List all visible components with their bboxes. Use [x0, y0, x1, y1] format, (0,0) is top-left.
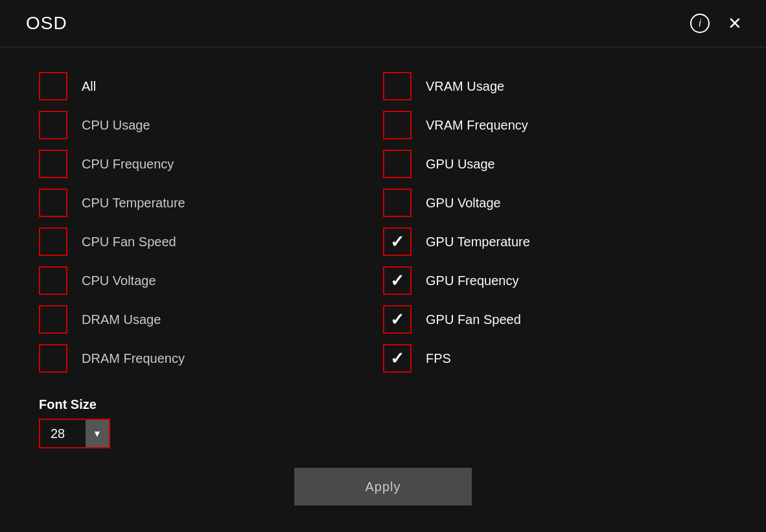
checkbox-label-cpu-usage: CPU Usage	[82, 118, 150, 133]
checkbox-label-dram-usage: DRAM Usage	[82, 312, 161, 327]
font-size-control[interactable]: 28 ▼	[39, 419, 110, 448]
font-size-label: Font Size	[39, 397, 727, 412]
checkbox-item-all[interactable]: All	[39, 67, 383, 106]
checkbox-item-gpu-voltage[interactable]: GPU Voltage	[383, 183, 727, 222]
checkbox-cpu-usage[interactable]	[39, 111, 67, 139]
checkbox-label-fps: FPS	[426, 351, 451, 366]
close-icon: ✕	[728, 14, 742, 34]
right-column: VRAM Usage VRAM Frequency GPU Usage GPU …	[383, 67, 727, 378]
checkbox-item-cpu-fan-speed[interactable]: CPU Fan Speed	[39, 222, 383, 261]
checkbox-item-cpu-temperature[interactable]: CPU Temperature	[39, 183, 383, 222]
left-column: All CPU Usage CPU Frequency CPU Temperat…	[39, 67, 383, 378]
checkbox-item-vram-frequency[interactable]: VRAM Frequency	[383, 106, 727, 145]
checkbox-dram-usage[interactable]	[39, 305, 67, 334]
info-button[interactable]: i	[688, 12, 712, 35]
checkbox-item-gpu-temperature[interactable]: ✓ GPU Temperature	[383, 222, 727, 261]
checkbox-vram-frequency[interactable]	[383, 111, 412, 139]
font-size-dropdown-arrow[interactable]: ▼	[86, 420, 109, 447]
checkbox-item-cpu-voltage[interactable]: CPU Voltage	[39, 261, 383, 300]
checkbox-grid: All CPU Usage CPU Frequency CPU Temperat…	[39, 67, 727, 378]
checkbox-label-gpu-usage: GPU Usage	[426, 157, 495, 172]
checkbox-label-all: All	[82, 79, 96, 94]
osd-window: OSD i ✕ All CPU Usage	[0, 0, 766, 532]
checkbox-item-cpu-frequency[interactable]: CPU Frequency	[39, 145, 383, 183]
chevron-down-icon: ▼	[93, 428, 102, 439]
checkmark-gpu-frequency: ✓	[390, 272, 404, 289]
checkbox-label-cpu-voltage: CPU Voltage	[82, 273, 156, 288]
checkbox-item-dram-usage[interactable]: DRAM Usage	[39, 300, 383, 339]
checkbox-label-gpu-fan-speed: GPU Fan Speed	[426, 312, 521, 327]
checkbox-item-gpu-frequency[interactable]: ✓ GPU Frequency	[383, 261, 727, 300]
info-icon: i	[690, 14, 710, 33]
checkmark-gpu-temperature: ✓	[390, 233, 404, 250]
checkbox-item-cpu-usage[interactable]: CPU Usage	[39, 106, 383, 145]
checkbox-gpu-usage[interactable]	[383, 150, 412, 178]
checkbox-label-gpu-frequency: GPU Frequency	[426, 273, 518, 288]
checkbox-label-cpu-temperature: CPU Temperature	[82, 196, 185, 211]
checkbox-label-gpu-temperature: GPU Temperature	[426, 235, 530, 249]
checkbox-cpu-frequency[interactable]	[39, 150, 67, 178]
title-icons: i ✕	[688, 12, 747, 35]
checkbox-cpu-voltage[interactable]	[39, 266, 67, 295]
checkbox-vram-usage[interactable]	[383, 72, 412, 100]
checkbox-gpu-voltage[interactable]	[383, 189, 412, 217]
checkmark-fps: ✓	[390, 350, 404, 367]
checkbox-label-dram-frequency: DRAM Frequency	[82, 351, 185, 366]
checkmark-gpu-fan-speed: ✓	[390, 311, 404, 328]
checkbox-gpu-fan-speed[interactable]: ✓	[383, 305, 412, 334]
checkbox-dram-frequency[interactable]	[39, 344, 67, 373]
checkbox-cpu-temperature[interactable]	[39, 189, 67, 217]
checkbox-item-fps[interactable]: ✓ FPS	[383, 339, 727, 378]
checkbox-item-gpu-fan-speed[interactable]: ✓ GPU Fan Speed	[383, 300, 727, 339]
font-size-value: 28	[40, 426, 86, 441]
checkbox-label-vram-frequency: VRAM Frequency	[426, 118, 528, 133]
apply-section: Apply	[39, 468, 727, 518]
checkbox-item-vram-usage[interactable]: VRAM Usage	[383, 67, 727, 106]
checkbox-gpu-frequency[interactable]: ✓	[383, 266, 412, 295]
checkbox-fps[interactable]: ✓	[383, 344, 412, 373]
checkbox-cpu-fan-speed[interactable]	[39, 227, 67, 256]
checkbox-label-vram-usage: VRAM Usage	[426, 79, 504, 94]
content-area: All CPU Usage CPU Frequency CPU Temperat…	[0, 47, 766, 532]
checkbox-label-cpu-frequency: CPU Frequency	[82, 157, 174, 172]
apply-button[interactable]: Apply	[294, 468, 472, 505]
font-size-section: Font Size 28 ▼	[39, 397, 727, 448]
checkbox-label-gpu-voltage: GPU Voltage	[426, 196, 501, 211]
title-bar: OSD i ✕	[0, 0, 766, 47]
checkbox-all[interactable]	[39, 72, 67, 100]
checkbox-item-gpu-usage[interactable]: GPU Usage	[383, 145, 727, 183]
checkbox-label-cpu-fan-speed: CPU Fan Speed	[82, 235, 176, 249]
checkbox-gpu-temperature[interactable]: ✓	[383, 227, 412, 256]
close-button[interactable]: ✕	[723, 12, 747, 35]
checkbox-item-dram-frequency[interactable]: DRAM Frequency	[39, 339, 383, 378]
window-title: OSD	[26, 13, 67, 34]
